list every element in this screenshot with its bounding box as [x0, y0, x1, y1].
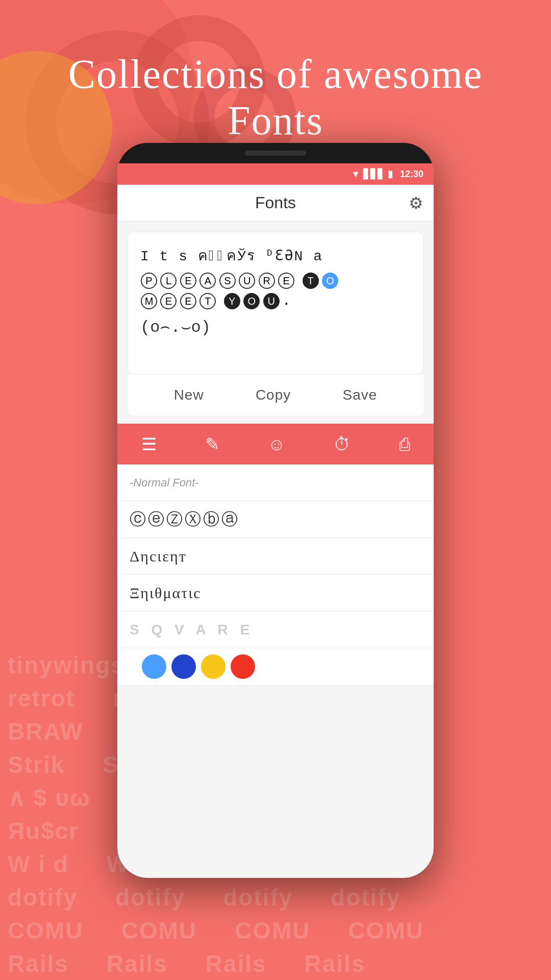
phone-device: ▼ ▋▋▋ ▮ 12:30 Fonts ⚙ I t s คℒᷱคЎร ᴰƐƏN … [117, 143, 434, 878]
circle-o: O [322, 273, 338, 289]
circle-r: R [259, 273, 275, 289]
font-icon-yellow [201, 654, 226, 679]
clock-icon[interactable]: ⏱ [334, 434, 351, 454]
emoticon: (o⌢.⌣o) [140, 318, 411, 337]
font-sample-line1: I t s คℒᷱคЎร ᴰƐƏN a [140, 244, 411, 269]
copy-button[interactable]: Copy [256, 387, 291, 403]
square-font-label: S Q V A R E [130, 622, 254, 638]
circle-o2: O [243, 293, 260, 309]
text-display-area: I t s คℒᷱคЎร ᴰƐƏN a P L E A S U R E T O … [128, 232, 423, 375]
font-icons [130, 648, 267, 685]
font-sample-line3: M E E T Y O U . [140, 292, 411, 310]
font-sample-line2: P L E A S U R E T O [140, 272, 411, 289]
share-icon[interactable]: ⎙ [399, 434, 410, 454]
font-list-item-enigmatic[interactable]: Ξηιθματιc [117, 575, 434, 611]
circle-t: T [303, 273, 319, 289]
font-list-item-ancient[interactable]: Δηcιεηт [117, 538, 434, 575]
circle-font-label: ⓒⓔⓏⓍⓑⓐ [130, 508, 240, 531]
status-time: 12:30 [400, 169, 423, 180]
circle-l: L [160, 273, 177, 289]
settings-button[interactable]: ⚙ [409, 193, 423, 213]
font-list-item-square[interactable]: S Q V A R E [117, 611, 434, 648]
period: . [282, 293, 291, 309]
circle-e4: E [180, 293, 196, 309]
header-area: Collections of awesome Fonts [0, 20, 551, 144]
action-buttons-row: New Copy Save [128, 375, 423, 415]
font-list: -Normal Font- ⓒⓔⓏⓍⓑⓐ Δηcιεηт Ξηιθματιc S… [117, 464, 434, 685]
edit-icon[interactable]: ✎ [205, 434, 219, 454]
circle-y: Y [224, 293, 240, 309]
circle-e3: E [160, 293, 177, 309]
signal-icon: ▋▋▋ [363, 168, 385, 180]
smiley-icon[interactable]: ☺ [268, 434, 286, 454]
font-list-item-icons[interactable] [117, 648, 434, 685]
circle-t2: T [199, 293, 216, 309]
circle-e: E [180, 273, 196, 289]
font-icon-navy [171, 654, 196, 679]
circle-p: P [141, 273, 157, 289]
ancient-font-label: Δηcιεηт [130, 548, 187, 565]
font-icon-blue [142, 654, 166, 679]
status-icons: ▼ ▋▋▋ ▮ 12:30 [351, 168, 423, 180]
header-title: Collections of awesome Fonts [31, 51, 520, 144]
circle-a: A [199, 273, 216, 289]
font-list-item-circle[interactable]: ⓒⓔⓏⓍⓑⓐ [117, 501, 434, 538]
phone-speaker [245, 151, 306, 156]
font-icon-red [231, 654, 255, 679]
normal-font-label: -Normal Font- [130, 476, 199, 489]
app-title: Fonts [255, 193, 296, 212]
circle-s: S [219, 273, 236, 289]
enigmatic-font-label: Ξηιθματιc [130, 584, 202, 602]
wifi-icon: ▼ [351, 169, 360, 180]
battery-icon: ▮ [388, 168, 393, 180]
phone-top-bar [117, 143, 434, 163]
bottom-toolbar: ☰ ✎ ☺ ⏱ ⎙ [117, 424, 434, 464]
circle-m: M [141, 293, 157, 309]
circle-u2: U [263, 293, 280, 309]
circle-e2: E [278, 273, 294, 289]
circle-u: U [239, 273, 255, 289]
save-button[interactable]: Save [343, 387, 378, 403]
new-button[interactable]: New [174, 387, 204, 403]
phone-screen: ▼ ▋▋▋ ▮ 12:30 Fonts ⚙ I t s คℒᷱคЎร ᴰƐƏN … [117, 163, 434, 878]
app-header: Fonts ⚙ [117, 185, 434, 222]
status-bar: ▼ ▋▋▋ ▮ 12:30 [117, 163, 434, 185]
font-list-item-normal[interactable]: -Normal Font- [117, 464, 434, 501]
list-icon[interactable]: ☰ [141, 434, 157, 454]
